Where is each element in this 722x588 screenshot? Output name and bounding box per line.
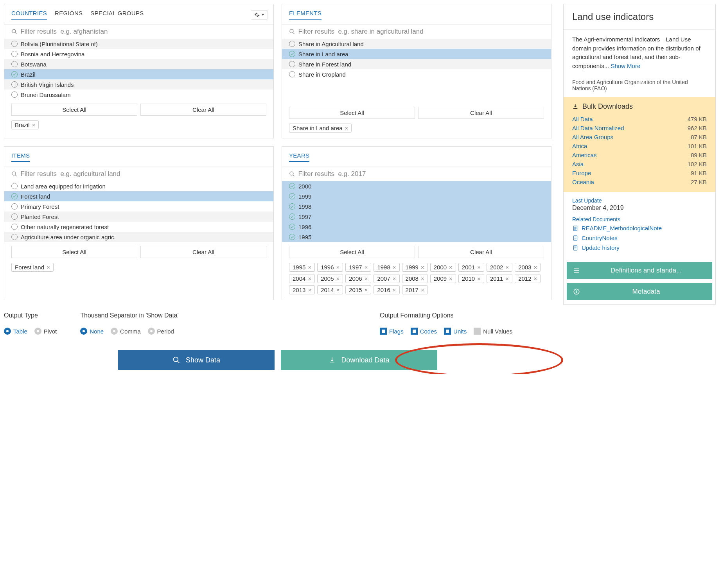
countries-filter-input[interactable] — [20, 28, 266, 36]
countries-select-all[interactable]: Select All — [11, 104, 137, 116]
chip[interactable]: 2003× — [515, 263, 541, 272]
close-icon[interactable]: × — [534, 275, 537, 282]
chip[interactable]: 1998× — [374, 263, 399, 272]
close-icon[interactable]: × — [477, 264, 481, 271]
list-item[interactable]: British Virgin Islands — [4, 79, 273, 90]
doc-link[interactable]: Update history — [582, 244, 620, 251]
bulk-download-link[interactable]: Europe — [572, 170, 591, 176]
list-item[interactable]: 1998 — [282, 201, 551, 212]
list-item[interactable]: Bosnia and Herzegovina — [4, 49, 273, 59]
chip[interactable]: 2009× — [430, 274, 456, 283]
definitions-button[interactable]: Definitions and standa... — [567, 262, 712, 279]
chip[interactable]: 2007× — [374, 274, 399, 283]
close-icon[interactable]: × — [477, 275, 481, 282]
chip[interactable]: 2014× — [317, 285, 343, 294]
list-item[interactable]: Agriculture area under organic agric. — [4, 232, 273, 242]
doc-link[interactable]: README_MethodologicalNote — [582, 225, 662, 231]
close-icon[interactable]: × — [393, 275, 396, 282]
list-item[interactable]: Forest land — [4, 191, 273, 201]
list-item[interactable]: Other naturally regenerated forest — [4, 222, 273, 232]
items-filter-input[interactable] — [20, 170, 266, 178]
close-icon[interactable]: × — [308, 287, 311, 293]
radio-pivot[interactable]: Pivot — [34, 328, 57, 335]
checkbox-null-values[interactable]: Null Values — [474, 328, 512, 335]
tab-elements[interactable]: ELEMENTS — [289, 10, 321, 20]
close-icon[interactable]: × — [393, 287, 396, 293]
gear-icon[interactable] — [251, 10, 268, 20]
chip[interactable]: 2000× — [430, 263, 456, 272]
close-icon[interactable]: × — [336, 264, 340, 271]
elements-filter-input[interactable] — [298, 28, 544, 36]
bulk-download-link[interactable]: All Area Groups — [572, 134, 613, 140]
close-icon[interactable]: × — [336, 275, 340, 282]
close-icon[interactable]: × — [365, 264, 368, 271]
close-icon[interactable]: × — [421, 287, 424, 293]
chip[interactable]: 2004× — [289, 274, 315, 283]
close-icon[interactable]: × — [365, 275, 368, 282]
close-icon[interactable]: × — [421, 275, 424, 282]
list-item[interactable]: Brunei Darussalam — [4, 90, 273, 100]
close-icon[interactable]: × — [336, 287, 340, 293]
radio-table[interactable]: Table — [4, 328, 27, 335]
chip[interactable]: 2002× — [487, 263, 512, 272]
tab-years[interactable]: YEARS — [289, 152, 309, 162]
list-item[interactable]: Share in Agricultural land — [282, 39, 551, 49]
close-icon[interactable]: × — [32, 122, 36, 128]
close-icon[interactable]: × — [449, 275, 453, 282]
list-item[interactable]: Share in Land area — [282, 49, 551, 59]
bulk-download-link[interactable]: Americas — [572, 152, 597, 158]
tab-special-groups[interactable]: SPECIAL GROUPS — [90, 10, 144, 20]
years-filter-input[interactable] — [298, 170, 544, 178]
checkbox-flags[interactable]: Flags — [380, 328, 404, 335]
list-item[interactable]: Primary Forest — [4, 201, 273, 212]
chip[interactable]: 2005× — [317, 274, 343, 283]
radio-none[interactable]: None — [80, 328, 104, 335]
chip[interactable]: 2001× — [458, 263, 484, 272]
close-icon[interactable]: × — [365, 287, 368, 293]
list-item[interactable]: Share in Forest land — [282, 59, 551, 69]
chip[interactable]: 1995× — [289, 263, 315, 272]
show-data-button[interactable]: Show Data — [118, 350, 275, 370]
close-icon[interactable]: × — [308, 264, 311, 271]
chip[interactable]: Share in Land area× — [289, 124, 352, 133]
bulk-download-link[interactable]: All Data Normalized — [572, 125, 624, 131]
list-item[interactable]: Share in Cropland — [282, 69, 551, 79]
elements-select-all[interactable]: Select All — [289, 107, 415, 119]
bulk-download-link[interactable]: Asia — [572, 161, 584, 167]
close-icon[interactable]: × — [505, 275, 509, 282]
list-item[interactable]: Land area equipped for irrigation — [4, 181, 273, 191]
download-data-button[interactable]: Download Data — [281, 350, 437, 370]
checkbox-units[interactable]: Units — [444, 328, 467, 335]
chip[interactable]: Forest land× — [11, 263, 54, 272]
close-icon[interactable]: × — [534, 264, 537, 271]
list-item[interactable]: Botswana — [4, 59, 273, 69]
chip[interactable]: 2010× — [458, 274, 484, 283]
tab-regions[interactable]: REGIONS — [55, 10, 83, 20]
list-item[interactable]: 1995 — [282, 232, 551, 242]
checkbox-codes[interactable]: Codes — [411, 328, 437, 335]
bulk-download-link[interactable]: Africa — [572, 143, 587, 149]
radio-period[interactable]: Period — [148, 328, 174, 335]
chip[interactable]: 2012× — [515, 274, 541, 283]
items-clear-all[interactable]: Clear All — [140, 246, 266, 258]
chip[interactable]: 2013× — [289, 285, 315, 294]
countries-clear-all[interactable]: Clear All — [140, 104, 266, 116]
chip[interactable]: 2006× — [345, 274, 371, 283]
close-icon[interactable]: × — [345, 125, 348, 131]
close-icon[interactable]: × — [449, 264, 453, 271]
elements-clear-all[interactable]: Clear All — [418, 107, 544, 119]
show-more-link[interactable]: Show More — [611, 63, 640, 69]
chip[interactable]: Brazil× — [11, 120, 39, 129]
bulk-download-link[interactable]: Oceania — [572, 179, 594, 185]
close-icon[interactable]: × — [393, 264, 396, 271]
list-item[interactable]: Brazil — [4, 69, 273, 79]
list-item[interactable]: 1999 — [282, 191, 551, 201]
list-item[interactable]: Bolivia (Plurinational State of) — [4, 39, 273, 49]
list-item[interactable]: 1996 — [282, 222, 551, 232]
items-select-all[interactable]: Select All — [11, 246, 137, 258]
chip[interactable]: 1999× — [402, 263, 428, 272]
chip[interactable]: 2015× — [345, 285, 371, 294]
tab-items[interactable]: ITEMS — [11, 152, 30, 162]
list-item[interactable]: 2000 — [282, 181, 551, 191]
chip[interactable]: 2011× — [487, 274, 512, 283]
